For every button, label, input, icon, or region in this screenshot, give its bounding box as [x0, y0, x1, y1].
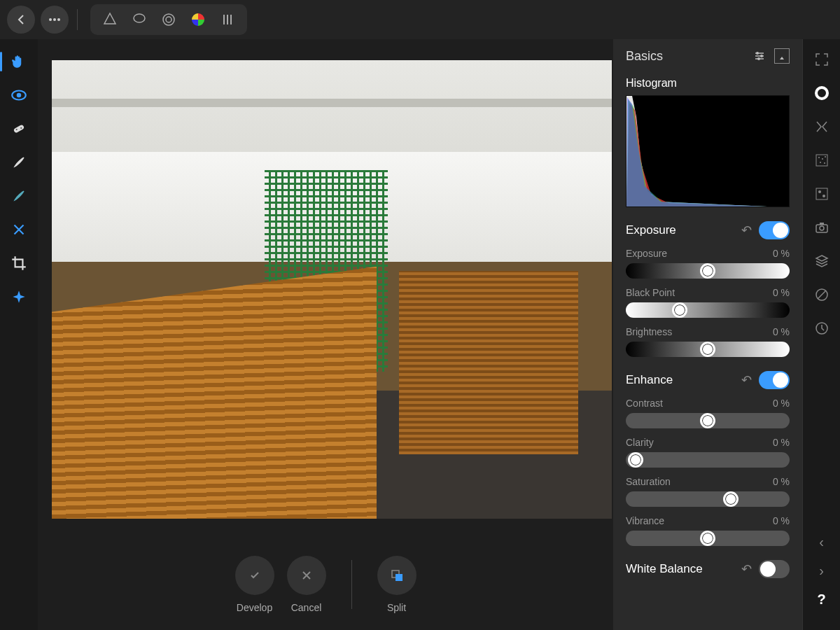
svg-rect-29 — [820, 223, 824, 225]
svg-point-10 — [16, 129, 18, 130]
help-icon[interactable]: ? — [817, 592, 825, 608]
group-toggle[interactable] — [759, 371, 790, 389]
radial-icon[interactable] — [159, 10, 178, 29]
cancel-button[interactable]: Cancel — [287, 556, 326, 613]
basics-panel: Basics Histogram Exposure ↶ Exposure0 % … — [613, 39, 802, 630]
slider-saturation[interactable]: Saturation0 % — [626, 476, 790, 507]
erase-tool[interactable] — [6, 183, 31, 209]
slider-label: Brightness — [626, 326, 672, 337]
group-toggle[interactable] — [759, 221, 790, 239]
svg-point-4 — [163, 14, 174, 25]
svg-point-17 — [816, 88, 827, 99]
svg-point-21 — [825, 156, 826, 158]
svg-point-16 — [757, 57, 760, 60]
slider-exposure[interactable]: Exposure0 % — [626, 248, 790, 279]
group-title: Enhance — [626, 373, 673, 387]
svg-point-11 — [20, 127, 22, 129]
group-toggle[interactable] — [759, 560, 790, 578]
split-button[interactable]: Split — [377, 556, 416, 613]
slider-value: 0 % — [773, 248, 790, 259]
svg-rect-9 — [13, 124, 24, 133]
reset-icon[interactable]: ↶ — [741, 372, 752, 388]
svg-point-5 — [166, 17, 172, 22]
slider-black-point[interactable]: Black Point0 % — [626, 287, 790, 318]
ring-icon[interactable] — [811, 83, 832, 104]
menu-button[interactable] — [41, 6, 69, 34]
chevron-right-icon[interactable]: › — [819, 563, 824, 579]
clock-icon[interactable] — [811, 318, 832, 339]
develop-label: Develop — [237, 602, 272, 613]
left-toolbar — [0, 39, 38, 630]
panel-title: Basics — [626, 49, 663, 64]
svg-point-26 — [822, 195, 825, 197]
group-title: Exposure — [626, 223, 676, 237]
svg-point-23 — [824, 162, 825, 164]
heal-tool[interactable] — [6, 116, 31, 141]
svg-point-1 — [53, 18, 56, 21]
slider-brightness[interactable]: Brightness0 % — [626, 326, 790, 357]
topbar — [0, 0, 840, 39]
view-tool[interactable] — [6, 83, 31, 108]
color-wheel-icon[interactable] — [188, 10, 208, 29]
slider-value: 0 % — [773, 515, 790, 526]
svg-point-2 — [57, 18, 60, 21]
reset-icon[interactable]: ↶ — [741, 223, 752, 238]
lasso-icon[interactable] — [130, 10, 149, 29]
slider-value: 0 % — [773, 326, 790, 337]
svg-point-22 — [820, 162, 821, 163]
pin-icon[interactable] — [774, 48, 790, 64]
cancel-label: Cancel — [291, 602, 322, 613]
pinch-icon[interactable] — [811, 116, 832, 137]
split-label: Split — [387, 602, 406, 613]
slider-label: Saturation — [626, 476, 671, 487]
slider-contrast[interactable]: Contrast0 % — [626, 398, 790, 428]
svg-point-8 — [17, 93, 22, 98]
group-title: White Balance — [626, 562, 703, 576]
svg-point-0 — [49, 18, 52, 21]
noise-icon[interactable] — [811, 150, 832, 171]
slider-label: Vibrance — [626, 515, 664, 526]
bottom-actions: Develop Cancel Split — [38, 539, 613, 630]
slider-value: 0 % — [773, 437, 790, 448]
slider-value: 0 % — [773, 287, 790, 298]
persona-tools — [90, 4, 247, 35]
svg-point-15 — [760, 55, 763, 57]
svg-point-20 — [822, 158, 823, 160]
circle-slash-icon[interactable] — [811, 284, 832, 305]
svg-rect-13 — [396, 574, 402, 581]
canvas[interactable] — [38, 39, 613, 539]
slider-label: Clarity — [626, 437, 654, 448]
svg-point-14 — [756, 52, 759, 55]
channels-icon[interactable] — [811, 183, 832, 204]
svg-point-25 — [818, 190, 821, 193]
camera-icon[interactable] — [811, 217, 832, 238]
back-button[interactable] — [7, 6, 35, 34]
svg-point-19 — [818, 157, 820, 158]
photo-preview — [52, 60, 612, 519]
slider-label: Exposure — [626, 248, 667, 259]
slider-value: 0 % — [773, 398, 790, 409]
brush-tool[interactable] — [6, 150, 31, 175]
sparkle-tool[interactable] — [6, 284, 31, 309]
slider-value: 0 % — [773, 476, 790, 487]
affinity-logo-icon[interactable] — [100, 10, 120, 29]
crop-tool[interactable] — [6, 251, 31, 276]
svg-point-28 — [820, 226, 824, 230]
slider-vibrance[interactable]: Vibrance0 % — [626, 515, 790, 546]
right-strip: ‹ › ? — [802, 39, 840, 630]
reset-icon[interactable]: ↶ — [741, 561, 752, 577]
develop-button[interactable]: Develop — [235, 556, 274, 613]
slider-label: Contrast — [626, 398, 663, 409]
sliders-icon[interactable] — [752, 48, 767, 64]
histogram-title: Histogram — [626, 77, 790, 90]
svg-point-3 — [134, 14, 145, 22]
chevron-left-icon[interactable]: ‹ — [819, 534, 824, 550]
hand-tool[interactable] — [6, 49, 31, 74]
slider-clarity[interactable]: Clarity0 % — [626, 437, 790, 468]
histogram[interactable] — [626, 95, 790, 207]
layers-icon[interactable] — [811, 251, 832, 272]
svg-rect-24 — [816, 188, 827, 200]
clone-tool[interactable] — [6, 217, 31, 242]
fullscreen-icon[interactable] — [811, 49, 832, 70]
column-icon[interactable] — [218, 10, 237, 29]
